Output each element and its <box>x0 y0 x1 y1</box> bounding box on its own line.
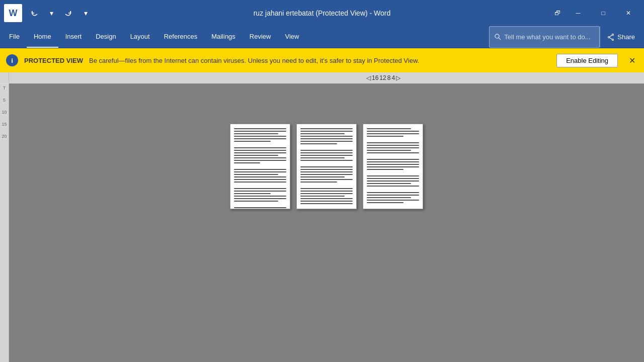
ruler-tick-10: 10 <box>2 110 7 115</box>
doc-line <box>367 205 419 207</box>
vertical-ruler: T 5 10 15 20 <box>0 83 9 362</box>
share-icon <box>607 34 614 41</box>
maximize-button[interactable]: □ <box>592 5 615 21</box>
doc-line <box>234 203 286 206</box>
tell-me-placeholder: Tell me what you want to do... <box>504 33 590 41</box>
svg-point-4 <box>608 36 610 38</box>
doc-line <box>234 162 260 163</box>
svg-line-6 <box>610 37 612 39</box>
undo-button[interactable] <box>27 6 41 20</box>
protected-view-label: PROTECTED VIEW <box>24 57 83 64</box>
undo-dropdown[interactable]: ▾ <box>44 6 58 20</box>
page-2 <box>296 124 357 209</box>
protected-view-icon: i <box>6 54 18 66</box>
doc-line <box>234 207 286 208</box>
tell-me-input[interactable]: Tell me what you want to do... <box>489 26 600 48</box>
doc-line <box>234 138 286 139</box>
doc-line <box>300 150 353 151</box>
doc-line <box>300 184 353 187</box>
tab-review[interactable]: Review <box>243 26 278 48</box>
doc-line <box>300 191 353 192</box>
doc-line <box>367 178 419 179</box>
close-button[interactable]: ✕ <box>617 5 640 21</box>
doc-line <box>234 201 278 202</box>
canvas-area <box>9 83 644 362</box>
doc-line <box>300 128 353 129</box>
enable-editing-button[interactable]: Enable Editing <box>556 54 618 67</box>
doc-line <box>367 136 404 137</box>
page-3 <box>363 124 423 209</box>
protected-view-close[interactable]: ✕ <box>626 54 638 66</box>
doc-line <box>367 169 404 170</box>
doc-line <box>300 136 353 137</box>
tab-mailings[interactable]: Mailings <box>204 26 243 48</box>
ruler-tick-20: 20 <box>2 134 7 139</box>
doc-line <box>300 198 353 199</box>
doc-line <box>234 147 286 148</box>
doc-line <box>300 174 353 175</box>
zoom-n3: 8 <box>387 74 391 81</box>
doc-line <box>234 176 286 177</box>
doc-line <box>234 160 286 161</box>
doc-line <box>300 206 353 208</box>
doc-line <box>300 176 345 177</box>
doc-line <box>300 162 353 165</box>
doc-line <box>367 150 411 151</box>
doc-line <box>300 157 345 158</box>
doc-line <box>367 175 419 176</box>
doc-line <box>234 155 278 156</box>
doc-line <box>234 171 286 172</box>
doc-line <box>234 193 271 194</box>
doc-line <box>367 131 419 132</box>
doc-line <box>300 193 353 194</box>
document-area: T 5 10 15 20 <box>0 83 644 362</box>
share-button[interactable]: Share <box>600 26 642 48</box>
tab-insert[interactable]: Insert <box>58 26 89 48</box>
doc-line <box>234 179 286 180</box>
page-3-content <box>367 128 419 209</box>
doc-line <box>300 196 345 197</box>
tab-home[interactable]: Home <box>27 26 58 48</box>
tab-layout[interactable]: Layout <box>123 26 157 48</box>
tab-design[interactable]: Design <box>89 26 123 48</box>
doc-line <box>300 201 353 202</box>
doc-line <box>234 169 286 170</box>
zoom-up-icon[interactable]: ▷ <box>396 74 400 81</box>
redo-button[interactable] <box>61 6 75 20</box>
doc-line <box>234 165 286 167</box>
customize-qa[interactable]: ▾ <box>78 6 93 20</box>
title-bar-left: W ▾ ▾ <box>4 4 93 22</box>
doc-line <box>234 131 286 132</box>
doc-line <box>367 195 419 196</box>
doc-line <box>367 192 419 193</box>
doc-line <box>300 155 353 156</box>
doc-line <box>300 160 353 161</box>
doc-line <box>367 200 419 201</box>
doc-line <box>234 141 271 142</box>
doc-line <box>234 133 278 134</box>
doc-line <box>300 138 353 139</box>
svg-point-0 <box>495 34 499 38</box>
doc-line <box>234 128 286 129</box>
doc-line <box>300 143 337 144</box>
doc-line <box>300 146 353 148</box>
zoom-down-icon[interactable]: ◁ <box>366 74 371 81</box>
doc-line <box>367 147 419 148</box>
protected-view-bar: i PROTECTED VIEW Be careful—files from t… <box>0 48 644 72</box>
title-bar: W ▾ ▾ ruz jahani ertebatat (Protected Vi… <box>0 0 644 26</box>
tab-references[interactable]: References <box>157 26 204 48</box>
restore-icon[interactable]: 🗗 <box>550 6 565 20</box>
window-controls: 🗗 ─ □ ✕ <box>550 5 640 21</box>
tab-file[interactable]: File <box>2 26 27 48</box>
doc-line <box>367 183 411 184</box>
zoom-controls-ruler: ◁ 16 12 8 4 ▷ <box>366 74 400 81</box>
doc-line <box>234 196 286 197</box>
doc-line <box>367 197 411 198</box>
doc-line <box>300 182 337 183</box>
word-logo: W <box>4 4 22 22</box>
svg-line-5 <box>610 35 612 36</box>
minimize-button[interactable]: ─ <box>567 5 590 21</box>
tab-view[interactable]: View <box>278 26 306 48</box>
ruler-tick-5: 5 <box>3 98 6 103</box>
doc-line <box>367 133 419 134</box>
